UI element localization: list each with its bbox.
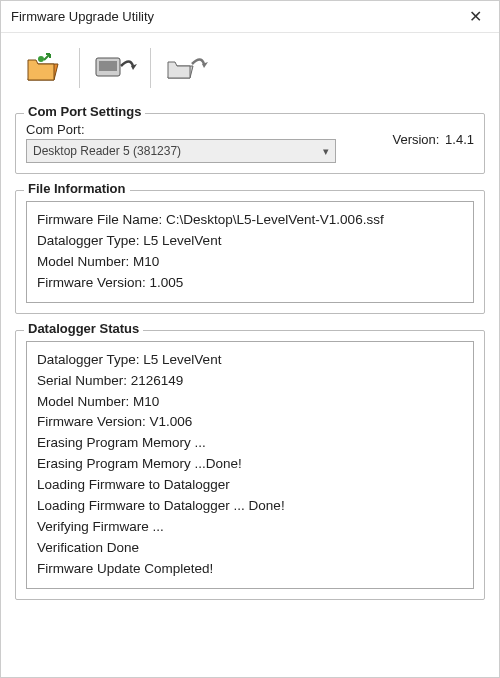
status-line: Firmware Version: V1.006 bbox=[37, 412, 463, 433]
firmware-upgrade-window: Firmware Upgrade Utility ✕ bbox=[0, 0, 500, 678]
open-file-icon bbox=[24, 50, 64, 87]
file-info-line: Firmware File Name: C:\Desktop\L5-LevelV… bbox=[37, 210, 463, 231]
status-line: Loading Firmware to Datalogger ... Done! bbox=[37, 496, 463, 517]
status-line: Loading Firmware to Datalogger bbox=[37, 475, 463, 496]
file-info-line: Model Number: M10 bbox=[37, 252, 463, 273]
window-title: Firmware Upgrade Utility bbox=[11, 9, 154, 24]
comport-label: Com Port: bbox=[26, 122, 382, 137]
chevron-down-icon: ▾ bbox=[323, 145, 329, 158]
svg-rect-4 bbox=[99, 61, 117, 71]
svg-point-2 bbox=[38, 56, 44, 62]
comport-group: Com Port Settings Com Port: Desktop Read… bbox=[15, 113, 485, 174]
comport-row: Com Port: Desktop Reader 5 (381237) ▾ Ve… bbox=[26, 122, 474, 163]
status-line: Serial Number: 2126149 bbox=[37, 371, 463, 392]
file-info-group: File Information Firmware File Name: C:\… bbox=[15, 190, 485, 314]
status-line: Datalogger Type: L5 LevelVent bbox=[37, 350, 463, 371]
load-firmware-icon bbox=[164, 50, 208, 87]
file-info-line: Firmware Version: 1.005 bbox=[37, 273, 463, 294]
status-line: Verifying Firmware ... bbox=[37, 517, 463, 538]
status-line: Model Number: M10 bbox=[37, 392, 463, 413]
upload-firmware-button[interactable] bbox=[88, 45, 142, 91]
status-line: Erasing Program Memory ... bbox=[37, 433, 463, 454]
status-panel: Datalogger Type: L5 LevelVent Serial Num… bbox=[26, 341, 474, 589]
toolbar-separator bbox=[79, 48, 80, 88]
version-value: 1.4.1 bbox=[445, 132, 474, 147]
svg-marker-1 bbox=[28, 60, 54, 80]
status-line: Verification Done bbox=[37, 538, 463, 559]
version-block: Version: 1.4.1 bbox=[392, 122, 474, 147]
close-icon[interactable]: ✕ bbox=[461, 7, 489, 26]
comport-left: Com Port: Desktop Reader 5 (381237) ▾ bbox=[26, 122, 382, 163]
load-firmware-button[interactable] bbox=[159, 45, 213, 91]
comport-group-title: Com Port Settings bbox=[24, 104, 145, 119]
version-label: Version: bbox=[392, 132, 439, 147]
upload-firmware-icon bbox=[93, 50, 137, 87]
comport-select[interactable]: Desktop Reader 5 (381237) ▾ bbox=[26, 139, 336, 163]
toolbar bbox=[15, 43, 485, 97]
status-line: Firmware Update Completed! bbox=[37, 559, 463, 580]
file-info-panel: Firmware File Name: C:\Desktop\L5-LevelV… bbox=[26, 201, 474, 303]
status-line: Erasing Program Memory ...Done! bbox=[37, 454, 463, 475]
status-group-title: Datalogger Status bbox=[24, 321, 143, 336]
svg-marker-7 bbox=[168, 62, 190, 78]
toolbar-separator bbox=[150, 48, 151, 88]
window-content: Com Port Settings Com Port: Desktop Read… bbox=[1, 33, 499, 608]
file-info-group-title: File Information bbox=[24, 181, 130, 196]
titlebar: Firmware Upgrade Utility ✕ bbox=[1, 1, 499, 33]
open-file-button[interactable] bbox=[17, 45, 71, 91]
comport-selected-value: Desktop Reader 5 (381237) bbox=[33, 144, 181, 158]
status-group: Datalogger Status Datalogger Type: L5 Le… bbox=[15, 330, 485, 600]
file-info-line: Datalogger Type: L5 LevelVent bbox=[37, 231, 463, 252]
